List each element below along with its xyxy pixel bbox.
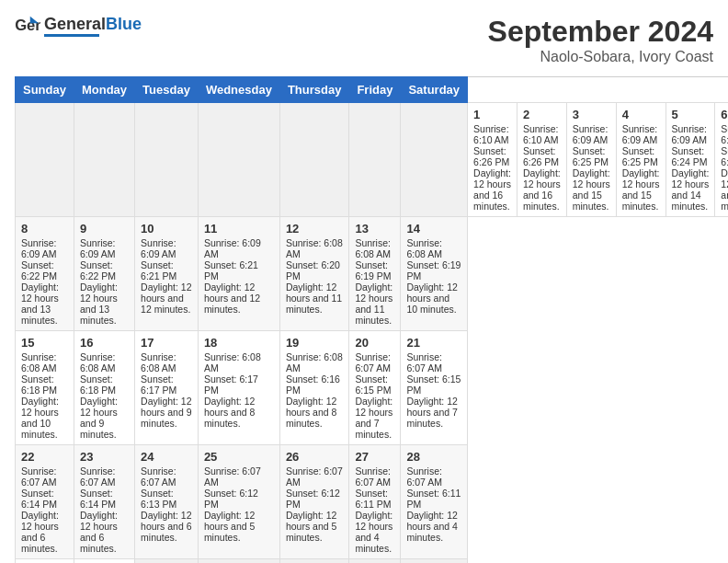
sunset-text: Sunset: 6:22 PM — [21, 259, 68, 282]
calendar-cell: 1Sunrise: 6:10 AMSunset: 6:26 PMDaylight… — [468, 103, 518, 217]
daylight-text: Daylight: 12 hours and 12 minutes. — [141, 282, 192, 315]
daylight-text: Daylight: 12 hours and 6 minutes. — [21, 510, 68, 554]
sunset-text: Sunset: 6:26 PM — [523, 145, 561, 167]
daylight-text: Daylight: 12 hours and 9 minutes. — [80, 396, 129, 440]
calendar-week-5: 29Sunrise: 6:06 AMSunset: 6:10 PMDayligh… — [16, 559, 729, 564]
calendar-cell: 10Sunrise: 6:09 AMSunset: 6:21 PMDayligh… — [135, 217, 199, 331]
sunrise-text: Sunrise: 6:07 AM — [141, 465, 192, 488]
sunrise-text: Sunrise: 6:09 AM — [573, 123, 610, 145]
daylight-text: Daylight: 12 hours and 7 minutes. — [355, 396, 394, 440]
daylight-text: Daylight: 12 hours and 12 minutes. — [204, 282, 274, 315]
sunrise-text: Sunrise: 6:09 AM — [141, 237, 192, 259]
sunrise-text: Sunrise: 6:09 AM — [80, 237, 129, 259]
day-number: 13 — [355, 222, 394, 236]
day-number: 11 — [204, 222, 274, 236]
calendar-header-friday: Friday — [349, 77, 401, 103]
day-number: 16 — [80, 336, 129, 350]
logo-blue: Blue — [106, 15, 142, 33]
sunset-text: Sunset: 6:26 PM — [473, 145, 511, 167]
sunset-text: Sunset: 6:25 PM — [622, 145, 660, 167]
daylight-text: Daylight: 12 hours and 13 minutes. — [21, 282, 68, 326]
calendar-cell: 29Sunrise: 6:06 AMSunset: 6:10 PMDayligh… — [16, 559, 74, 564]
sunrise-text: Sunrise: 6:08 AM — [286, 237, 344, 259]
calendar-header-wednesday: Wednesday — [198, 77, 279, 103]
calendar-cell: 24Sunrise: 6:07 AMSunset: 6:13 PMDayligh… — [135, 445, 199, 559]
sunset-text: Sunset: 6:15 PM — [406, 373, 461, 396]
sunrise-text: Sunrise: 6:09 AM — [672, 123, 710, 145]
day-number: 1 — [473, 108, 511, 121]
calendar-cell: 15Sunrise: 6:08 AMSunset: 6:18 PMDayligh… — [16, 331, 74, 445]
sunset-text: Sunset: 6:20 PM — [286, 259, 344, 282]
day-number: 3 — [573, 108, 610, 121]
sunrise-text: Sunrise: 6:07 AM — [21, 465, 68, 488]
calendar-cell: 6Sunrise: 6:09 AMSunset: 6:24 PMDaylight… — [715, 103, 728, 217]
sunrise-text: Sunrise: 6:08 AM — [204, 351, 274, 373]
sunset-text: Sunset: 6:16 PM — [286, 373, 344, 396]
sunrise-text: Sunrise: 6:08 AM — [141, 351, 192, 373]
calendar-cell — [16, 103, 74, 217]
calendar-week-3: 15Sunrise: 6:08 AMSunset: 6:18 PMDayligh… — [16, 331, 729, 445]
svg-text:General: General — [15, 17, 40, 34]
daylight-text: Daylight: 12 hours and 6 minutes. — [141, 510, 192, 543]
calendar-header-row: SundayMondayTuesdayWednesdayThursdayFrid… — [16, 77, 729, 103]
day-number: 20 — [355, 336, 394, 350]
daylight-text: Daylight: 12 hours and 4 minutes. — [355, 510, 394, 554]
sunrise-text: Sunrise: 6:09 AM — [21, 237, 68, 259]
sunrise-text: Sunrise: 6:08 AM — [21, 351, 68, 373]
daylight-text: Daylight: 12 hours and 5 minutes. — [286, 510, 344, 543]
day-number: 2 — [523, 108, 561, 121]
day-number: 18 — [204, 336, 274, 350]
sunrise-text: Sunrise: 6:07 AM — [406, 351, 461, 373]
calendar-cell: 11Sunrise: 6:09 AMSunset: 6:21 PMDayligh… — [198, 217, 279, 331]
day-number: 5 — [672, 108, 710, 121]
calendar-week-1: 1Sunrise: 6:10 AMSunset: 6:26 PMDaylight… — [16, 103, 729, 217]
calendar-cell — [401, 559, 468, 564]
day-number: 17 — [141, 336, 192, 350]
sunrise-text: Sunrise: 6:07 AM — [286, 465, 344, 488]
daylight-text: Daylight: 12 hours and 5 minutes. — [204, 510, 274, 543]
daylight-text: Daylight: 12 hours and 4 minutes. — [406, 510, 461, 543]
calendar-week-4: 22Sunrise: 6:07 AMSunset: 6:14 PMDayligh… — [16, 445, 729, 559]
sunrise-text: Sunrise: 6:09 AM — [204, 237, 274, 259]
calendar-cell — [401, 103, 468, 217]
sunrise-text: Sunrise: 6:10 AM — [473, 123, 511, 145]
logo-general: General — [44, 15, 106, 33]
calendar-cell: 9Sunrise: 6:09 AMSunset: 6:22 PMDaylight… — [74, 217, 134, 331]
calendar-header-monday: Monday — [74, 77, 134, 103]
day-number: 8 — [21, 222, 68, 236]
calendar-cell: 26Sunrise: 6:07 AMSunset: 6:12 PMDayligh… — [279, 445, 349, 559]
calendar-cell: 18Sunrise: 6:08 AMSunset: 6:17 PMDayligh… — [198, 331, 279, 445]
calendar-cell: 19Sunrise: 6:08 AMSunset: 6:16 PMDayligh… — [279, 331, 349, 445]
sunrise-text: Sunrise: 6:07 AM — [80, 465, 129, 488]
calendar-cell: 5Sunrise: 6:09 AMSunset: 6:24 PMDaylight… — [665, 103, 715, 217]
calendar-week-2: 8Sunrise: 6:09 AMSunset: 6:22 PMDaylight… — [16, 217, 729, 331]
sunrise-text: Sunrise: 6:09 AM — [721, 123, 728, 145]
calendar-cell: 14Sunrise: 6:08 AMSunset: 6:19 PMDayligh… — [401, 217, 468, 331]
calendar-cell: 3Sunrise: 6:09 AMSunset: 6:25 PMDaylight… — [566, 103, 616, 217]
sunrise-text: Sunrise: 6:08 AM — [80, 351, 129, 373]
sunrise-text: Sunrise: 6:10 AM — [523, 123, 561, 145]
sunrise-text: Sunrise: 6:07 AM — [355, 351, 394, 373]
calendar-cell: 21Sunrise: 6:07 AMSunset: 6:15 PMDayligh… — [401, 331, 468, 445]
sunset-text: Sunset: 6:11 PM — [355, 488, 394, 510]
logo: General GeneralBlue — [15, 15, 142, 37]
sunset-text: Sunset: 6:19 PM — [406, 259, 461, 282]
daylight-text: Daylight: 12 hours and 15 minutes. — [573, 167, 610, 212]
calendar-cell: 30Sunrise: 6:06 AMSunset: 6:10 PMDayligh… — [74, 559, 134, 564]
sunrise-text: Sunrise: 6:09 AM — [622, 123, 660, 145]
calendar-cell — [279, 103, 349, 217]
logo-area: GeneralBlue — [44, 16, 142, 37]
calendar-cell: 17Sunrise: 6:08 AMSunset: 6:17 PMDayligh… — [135, 331, 199, 445]
day-number: 14 — [406, 222, 461, 236]
daylight-text: Daylight: 12 hours and 14 minutes. — [721, 167, 728, 212]
day-number: 25 — [204, 450, 274, 464]
calendar-cell — [135, 103, 199, 217]
sunrise-text: Sunrise: 6:08 AM — [355, 237, 394, 259]
sunset-text: Sunset: 6:14 PM — [80, 488, 129, 510]
day-number: 10 — [141, 222, 192, 236]
calendar-table: SundayMondayTuesdayWednesdayThursdayFrid… — [15, 76, 728, 563]
day-number: 22 — [21, 450, 68, 464]
daylight-text: Daylight: 12 hours and 13 minutes. — [80, 282, 129, 326]
calendar-cell: 28Sunrise: 6:07 AMSunset: 6:11 PMDayligh… — [401, 445, 468, 559]
calendar-cell: 8Sunrise: 6:09 AMSunset: 6:22 PMDaylight… — [16, 217, 74, 331]
